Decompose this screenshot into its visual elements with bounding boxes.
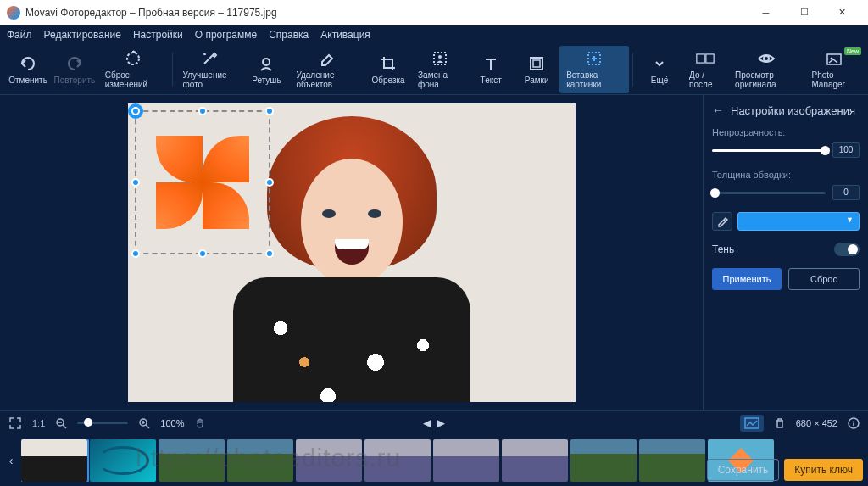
svg-point-9	[764, 56, 769, 61]
undo-button[interactable]: Отменить	[5, 46, 51, 93]
eyedropper-button[interactable]	[712, 212, 732, 231]
menu-help[interactable]: Справка	[269, 29, 309, 41]
bgswap-icon	[431, 49, 449, 68]
minimize-button[interactable]: ─	[747, 1, 785, 25]
menu-about[interactable]: О программе	[195, 29, 257, 41]
vieworiginal-label: Просмотр оригинала	[735, 70, 798, 89]
app-icon	[7, 6, 20, 20]
app-body: Файл Редактирование Настройки О программ…	[0, 25, 868, 486]
thumbnail[interactable]	[90, 439, 156, 482]
opacity-value[interactable]: 100	[832, 142, 860, 158]
enhance-button[interactable]: Улучшение фото	[176, 46, 244, 93]
trash-icon[interactable]	[774, 417, 786, 429]
buy-key-button[interactable]: Купить ключ	[784, 459, 863, 481]
frames-button[interactable]: Рамки	[514, 46, 559, 93]
maximize-button[interactable]: ☐	[785, 1, 823, 25]
save-button[interactable]: Сохранить	[707, 459, 780, 481]
color-dropdown[interactable]	[737, 212, 860, 231]
resize-handle-bm[interactable]	[198, 249, 207, 258]
insert-button[interactable]: Вставка картинки	[559, 46, 629, 93]
thumbnail[interactable]	[433, 439, 499, 482]
thumbnail[interactable]	[639, 439, 705, 482]
fullscreen-icon[interactable]	[8, 416, 22, 430]
inserted-image-overlay[interactable]: ✕	[135, 110, 270, 254]
bgswap-label: Замена фона	[418, 70, 461, 89]
stroke-value[interactable]: 0	[832, 185, 860, 200]
zoom-out-icon[interactable]	[55, 417, 67, 429]
vieworiginal-button[interactable]: Просмотр оригинала	[728, 46, 804, 93]
thumbnail[interactable]	[227, 439, 293, 482]
canvas[interactable]: ✕	[128, 103, 576, 402]
resize-handle-br[interactable]	[265, 249, 274, 258]
resize-handle-ml[interactable]	[131, 178, 140, 187]
stroke-control: Толщина обводки: 0	[712, 170, 860, 200]
beforeafter-button[interactable]: До / после	[682, 46, 728, 93]
more-button[interactable]: Ещё	[637, 46, 682, 93]
menu-settings[interactable]: Настройки	[133, 29, 183, 41]
resize-handle-tm[interactable]	[198, 107, 207, 115]
undo-icon	[19, 54, 37, 73]
photomanager-button[interactable]: NewPhoto Manager	[804, 46, 863, 93]
menu-file[interactable]: Файл	[7, 29, 32, 41]
new-badge: New	[844, 47, 861, 55]
ratio-button[interactable]: 1:1	[32, 418, 45, 428]
thumbnail[interactable]	[296, 439, 362, 482]
toolbar-separator	[172, 53, 173, 87]
titlebar: Movavi Фоторедактор – Пробная версия – 1…	[0, 0, 868, 25]
thumbnail[interactable]	[502, 439, 568, 482]
sidebar-reset-button[interactable]: Сброс	[788, 268, 860, 290]
thumbnail[interactable]	[570, 439, 637, 482]
zoom-in-icon[interactable]	[138, 417, 150, 429]
enhance-icon	[200, 49, 219, 68]
window-controls: ─ ☐ ✕	[747, 1, 861, 25]
fit-icon[interactable]	[740, 415, 764, 432]
hand-icon[interactable]	[194, 417, 206, 429]
crop-label: Обрезка	[371, 75, 404, 85]
menu-edit[interactable]: Редактирование	[44, 29, 121, 41]
shadow-label: Тень	[712, 243, 734, 255]
redo-button[interactable]: Повторить	[51, 46, 98, 93]
close-button[interactable]: ✕	[823, 1, 861, 25]
action-buttons: Сохранить Купить ключ	[707, 459, 863, 481]
opacity-control: Непрозрачность: 100	[712, 127, 860, 158]
menubar: Файл Редактирование Настройки О программ…	[0, 25, 868, 44]
photomanager-icon	[825, 49, 843, 68]
info-icon[interactable]	[848, 417, 860, 429]
retouch-button[interactable]: Ретушь	[243, 46, 289, 93]
resize-handle-bl[interactable]	[131, 249, 140, 258]
toolbar: Отменить Повторить Сброс изменений Улучш…	[0, 44, 868, 95]
back-icon[interactable]: ←	[712, 103, 724, 117]
remove-button[interactable]: Удаление объектов	[289, 46, 365, 93]
svg-point-3	[438, 55, 442, 59]
stroke-slider[interactable]	[712, 192, 826, 194]
opacity-slider[interactable]	[712, 149, 826, 152]
crop-button[interactable]: Обрезка	[365, 46, 411, 93]
canvas-area: ✕	[0, 95, 703, 410]
menu-activation[interactable]: Активация	[320, 29, 370, 41]
insert-label: Вставка картинки	[566, 70, 622, 89]
zoom-slider[interactable]	[77, 422, 128, 424]
thumbnail[interactable]	[21, 439, 87, 482]
shadow-toggle[interactable]	[834, 243, 860, 256]
thumbs-prev[interactable]: ‹	[3, 439, 19, 482]
next-arrow[interactable]: ▶	[437, 416, 445, 429]
reset-button[interactable]: Сброс изменений	[98, 46, 169, 93]
text-button[interactable]: Текст	[468, 46, 514, 93]
bottom-bar: 1:1 100% ◀ ▶ 680 × 452	[0, 410, 868, 435]
resize-handle-tl[interactable]	[131, 107, 140, 115]
sidebar-header: ← Настройки изображения	[712, 103, 860, 117]
remove-label: Удаление объектов	[296, 70, 359, 89]
eye-icon	[757, 49, 776, 68]
redo-label: Повторить	[53, 75, 95, 85]
prev-arrow[interactable]: ◀	[423, 416, 431, 429]
more-label: Ещё	[651, 75, 668, 85]
resize-handle-tr[interactable]	[265, 107, 274, 115]
color-control	[712, 212, 860, 231]
apply-button[interactable]: Применить	[712, 268, 782, 290]
svg-rect-8	[706, 54, 714, 63]
bgswap-button[interactable]: Замена фона	[411, 46, 468, 93]
thumbnail[interactable]	[159, 439, 225, 482]
thumbnail[interactable]	[364, 439, 431, 482]
zoom-value: 100%	[160, 418, 184, 428]
resize-handle-mr[interactable]	[265, 178, 274, 187]
